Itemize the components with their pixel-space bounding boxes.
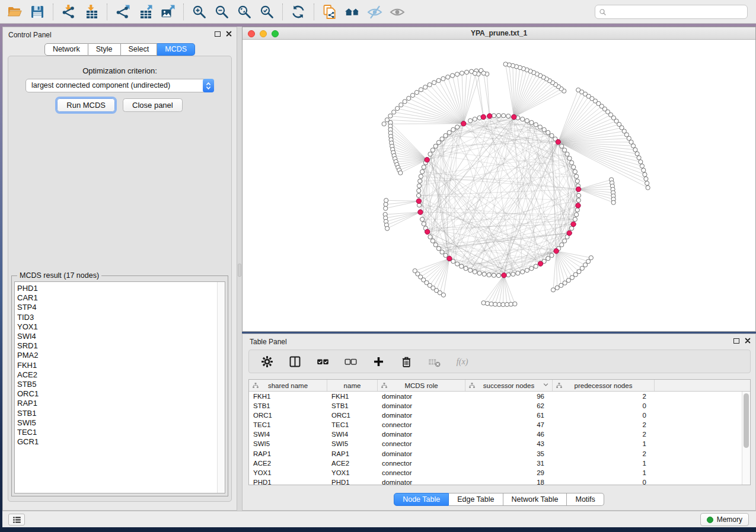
save-button[interactable] [26,2,49,21]
mcds-result-item[interactable]: STP4 [17,303,225,312]
cell-shared-name[interactable]: ACE2 [249,459,327,468]
tab-network-table[interactable]: Network Table [503,493,567,506]
cell-shared-name[interactable]: RAP1 [249,449,327,459]
table-row[interactable]: SWI5SWI5connector431 [249,439,742,448]
table-row[interactable]: PHD1PHD1dominator180 [249,477,742,485]
mcds-result-item[interactable]: TID3 [17,313,225,322]
cell-name[interactable]: ORC1 [327,411,378,420]
mcds-result-item[interactable]: CAR1 [17,293,225,303]
cell-shared-name[interactable]: PHD1 [249,477,327,485]
search-box[interactable] [595,5,748,19]
cell-shared-name[interactable]: TEC1 [249,420,327,430]
cell-predecessor-nodes[interactable]: 1 [553,459,655,468]
table-row[interactable]: FKH1FKH1dominator962 [249,392,742,401]
export-network-button[interactable] [111,2,134,21]
tab-network[interactable]: Network [44,43,88,56]
table-row[interactable]: TEC1TEC1connector472 [249,420,742,430]
close-table-panel-icon[interactable] [745,338,751,344]
export-table-button[interactable] [134,2,157,21]
mcds-result-item[interactable]: FKH1 [17,361,225,370]
column-header-successor-nodes[interactable]: successor nodes [465,380,553,391]
table-row[interactable]: RAP1RAP1dominator352 [249,449,742,459]
cell-MCDS-role[interactable]: dominator [378,411,465,420]
cell-predecessor-nodes[interactable]: 0 [553,411,655,420]
column-menu-icon[interactable] [543,383,548,387]
criterion-dropdown[interactable]: largest connected component (undirected) [25,79,214,92]
column-header-predecessor-nodes[interactable]: predecessor nodes [553,380,655,391]
close-panel-button[interactable]: Close panel [123,98,183,112]
mcds-result-item[interactable]: PMA2 [17,351,225,360]
cell-successor-nodes[interactable]: 43 [465,439,553,448]
zoom-selected-button[interactable] [256,2,278,21]
cell-shared-name[interactable]: YOX1 [249,468,327,477]
cell-MCDS-role[interactable]: dominator [378,477,465,485]
cell-shared-name[interactable]: FKH1 [249,392,327,401]
cell-MCDS-role[interactable]: dominator [378,401,465,411]
open-folder-button[interactable] [4,2,26,21]
table-row[interactable]: YOX1YOX1connector291 [249,468,742,477]
cell-predecessor-nodes[interactable]: 0 [553,477,655,485]
network-graph[interactable] [243,40,755,331]
add-column-button[interactable] [371,354,386,369]
select-all-button[interactable] [315,354,330,369]
cell-name[interactable]: FKH1 [327,392,378,401]
tab-mcds[interactable]: MCDS [157,43,195,56]
task-history-button[interactable] [8,514,25,525]
cell-successor-nodes[interactable]: 96 [465,392,553,401]
cell-successor-nodes[interactable]: 46 [465,430,553,439]
first-neighbors-button[interactable] [341,2,363,21]
cell-successor-nodes[interactable]: 62 [465,401,553,411]
mcds-result-item[interactable]: ORC1 [17,389,225,399]
cell-successor-nodes[interactable]: 47 [465,420,553,430]
cell-successor-nodes[interactable]: 18 [465,477,553,485]
column-header-MCDS-role[interactable]: MCDS role [378,380,465,391]
mcds-result-item[interactable]: SWI5 [17,418,225,428]
memory-button[interactable]: Memory [700,513,749,526]
import-network-button[interactable] [58,2,80,21]
column-header-name[interactable]: name [327,380,378,391]
show-columns-button[interactable] [287,354,302,369]
search-input[interactable] [610,8,744,16]
network-canvas[interactable] [243,40,755,331]
mcds-result-item[interactable]: RAP1 [17,399,225,408]
mcds-result-item[interactable]: GCR1 [17,437,225,447]
column-header-shared-name[interactable]: shared name [249,380,327,391]
cell-name[interactable]: SWI5 [327,439,378,448]
cell-predecessor-nodes[interactable]: 1 [553,439,655,448]
table-scrollbar[interactable] [742,392,750,485]
tab-edge-table[interactable]: Edge Table [449,493,503,506]
float-table-panel-icon[interactable] [733,338,739,344]
mcds-result-list[interactable]: PHD1CAR1STP4TID3YOX1SWI4SRD1PMA2FKH1ACE2… [14,281,225,493]
tab-node-table[interactable]: Node Table [394,493,449,506]
import-table-button[interactable] [80,2,103,21]
cell-predecessor-nodes[interactable]: 2 [553,430,655,439]
cell-MCDS-role[interactable]: dominator [378,392,465,401]
tab-select[interactable]: Select [121,43,158,56]
cell-name[interactable]: ACE2 [327,459,378,468]
cell-name[interactable]: STB1 [327,401,378,411]
cell-name[interactable]: SWI4 [327,430,378,439]
cell-shared-name[interactable]: STB1 [249,401,327,411]
mcds-result-item[interactable]: SRD1 [17,341,225,351]
cell-name[interactable]: YOX1 [327,468,378,477]
cell-shared-name[interactable]: SWI4 [249,430,327,439]
zoom-fit-button[interactable] [233,2,256,21]
panel-splitter[interactable] [237,27,242,511]
close-panel-icon[interactable] [226,31,232,37]
network-window-titlebar[interactable]: YPA_prune.txt_1 [243,27,755,40]
tab-style[interactable]: Style [88,43,121,56]
tab-motifs[interactable]: Motifs [567,493,604,506]
clone-network-button[interactable] [318,2,341,21]
table-row[interactable]: SWI4SWI4dominator462 [249,430,742,439]
cell-MCDS-role[interactable]: connector [378,459,465,468]
cell-predecessor-nodes[interactable]: 2 [553,449,655,459]
mcds-result-item[interactable]: SWI4 [17,332,225,341]
table-settings-button[interactable] [259,354,275,369]
table-row[interactable]: ORC1ORC1dominator610 [249,411,742,420]
show-all-button[interactable] [386,2,409,21]
cell-predecessor-nodes[interactable]: 2 [553,392,655,401]
cell-MCDS-role[interactable]: dominator [378,449,465,459]
export-image-button[interactable] [157,2,179,21]
cell-predecessor-nodes[interactable]: 1 [553,468,655,477]
result-list-scrollbar[interactable] [217,282,225,493]
